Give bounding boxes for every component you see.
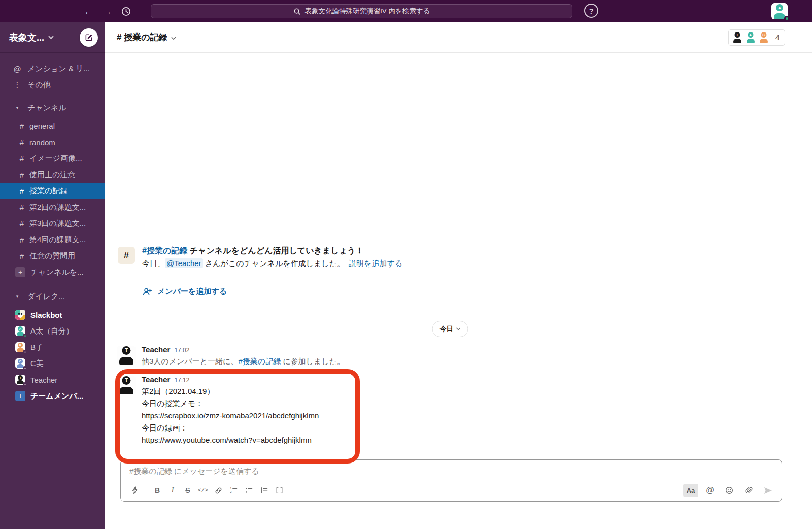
forward-button[interactable]: → [103,7,112,16]
workspace-name[interactable]: 表象文... [9,31,44,44]
user-avatar[interactable]: A [771,3,788,19]
composer-placeholder: #授業の記録 にメッセージを送信する [129,467,259,476]
channel-label: 第4回の課題文... [29,235,86,245]
message-post: T Teacher 17:12 第2回（2021.04.19） 今日の授業メモ：… [117,375,319,446]
offline-status-dot [23,366,27,371]
sidebar-channel-shiyou-chuui[interactable]: #使用上の注意 [0,167,105,183]
channel-label: general [29,122,55,130]
mention-button[interactable]: @ [702,484,718,497]
sidebar-dm-b-ko[interactable]: B B子 [0,339,105,355]
channel-label: イメージ画像... [29,154,82,163]
code-button[interactable]: </> [195,484,211,497]
channel-link[interactable]: #授業の記録 [142,246,187,255]
member-avatar: T [732,32,743,43]
invite-members-button[interactable]: + チームメンバ... [0,388,105,404]
ordered-list-icon[interactable]: 12 [226,484,241,497]
sidebar-channel-dai4kai-kadai[interactable]: #第4回の課題文... [0,232,105,248]
hash-icon: # [18,203,25,212]
date-pill-button[interactable]: 今日 [432,321,468,337]
sidebar-channel-jugyou-no-kiroku[interactable]: #授業の記録 [0,183,105,199]
link-icon[interactable] [211,484,226,497]
hash-icon: # [18,122,25,130]
triangle-expanded-icon: ▾ [12,294,22,299]
sidebar-item-more[interactable]: ⋮ その他 [0,77,105,93]
hash-icon: # [18,138,25,147]
bold-button[interactable]: B [150,484,165,497]
compose-button[interactable] [80,28,98,47]
bullet-list-icon[interactable] [241,484,256,497]
sidebar-channel-nini-shitsumon[interactable]: #任意の質問用 [0,248,105,264]
add-description-link[interactable]: 説明を追加する [349,259,402,268]
vertical-dots-icon: ⋮ [12,80,22,89]
sidebar-channel-general[interactable]: #general [0,118,105,134]
member-count: 4 [775,33,780,42]
message-timestamp[interactable]: 17:02 [174,347,189,354]
sidebar-channel-dai3kai-kadai[interactable]: #第3回の課題文... [0,215,105,232]
text-caret [128,467,128,476]
channels-section-label: チャンネル [27,103,66,113]
intro-title: #授業の記録 チャンネルをどんどん活用していきましょう！ [142,245,402,257]
message-author[interactable]: Teacher [142,345,170,354]
italic-button[interactable]: I [165,484,180,497]
formatting-toggle-button[interactable]: Aa [683,484,698,497]
channel-label: random [29,138,55,147]
shortcuts-bolt-icon[interactable] [127,484,142,497]
invite-label: チームメンバ... [30,391,83,401]
channel-label: 第3回の課題文... [29,219,86,228]
youtube-link[interactable]: https://www.youtube.com/watch?v=abcdefgh… [142,434,319,446]
channel-link[interactable]: #授業の記録 [238,357,281,366]
emoji-icon[interactable] [722,484,737,497]
online-status-dot [784,16,790,21]
message-input[interactable]: #授業の記録 にメッセージを送信する [121,460,782,482]
strikethrough-button[interactable]: S [180,484,195,497]
send-icon[interactable] [760,484,775,497]
at-icon: @ [12,64,22,73]
search-input[interactable]: 表象文化論特殊研究演習IV 内を検索する [151,4,572,18]
sidebar-channel-random[interactable]: #random [0,134,105,150]
channel-members-button[interactable]: T A B 4 [728,29,785,46]
scrapbox-link[interactable]: https://scrapbox.io/zmz-komaba2021/abcde… [142,410,319,422]
avatar-teacher[interactable]: T [117,376,136,394]
top-bar: ← → 表象文化論特殊研究演習IV 内を検索する ? A [0,0,812,22]
sidebar-dm-c-mi[interactable]: C C美 [0,355,105,372]
channel-list: #general #random #イメージ画像... #使用上の注意 #授業の… [0,118,105,280]
avatar: A [15,326,25,336]
svg-text:2: 2 [230,490,231,493]
sidebar-channel-image-gazou[interactable]: #イメージ画像... [0,150,105,167]
sidebar-channel-dai2kai-kadai[interactable]: #第2回の課題文... [0,199,105,215]
channel-label: 任意の質問用 [29,251,75,261]
channel-title-button[interactable]: # 授業の記録 [117,31,176,43]
channels-section-header[interactable]: ▾ チャンネル [0,100,105,116]
attachment-paperclip-icon[interactable] [741,484,756,497]
sidebar-dm-teacher[interactable]: T Teacher [0,372,105,388]
back-button[interactable]: ← [84,7,93,16]
message-composer: #授業の記録 にメッセージを送信する B I S </> 12 [120,459,782,502]
history-clock-icon[interactable] [121,7,131,16]
sidebar-item-mentions[interactable]: @ メンション & リ... [0,60,105,77]
message-text-line: 第2回（2021.04.19） [142,385,319,398]
add-member-button[interactable]: メンバーを追加する [142,287,402,296]
blockquote-icon[interactable] [256,484,272,497]
add-member-label: メンバーを追加する [157,287,227,296]
date-label: 今日 [440,324,453,334]
avatar-teacher[interactable]: T [117,346,136,365]
sidebar: 表象文... @ メンション & リ... ⋮ その他 ▾ チャンネル [0,22,105,529]
code-block-icon[interactable] [272,484,287,497]
message-author[interactable]: Teacher [142,375,170,384]
dm-label: Slackbot [30,311,62,319]
add-channel-button[interactable]: + チャンネルを... [0,264,105,280]
hash-icon: # [18,154,25,163]
hash-icon: # [18,187,25,195]
channel-intro: # #授業の記録 チャンネルをどんどん活用していきましょう！ 今日、@Teach… [118,245,402,296]
message-timestamp[interactable]: 17:12 [174,377,189,384]
channel-label: 使用上の注意 [29,170,75,180]
dm-list: Slackbot A A太（自分） B B子 [0,307,105,404]
add-channel-label: チャンネルを... [30,268,84,277]
history-nav: ← → [84,0,131,22]
sidebar-dm-a-ta[interactable]: A A太（自分） [0,323,105,339]
mention-teacher[interactable]: @Teacher [165,258,203,268]
sidebar-dm-slackbot[interactable]: Slackbot [0,307,105,323]
help-icon[interactable]: ? [584,4,598,18]
dm-section-header[interactable]: ▾ ダイレク... [0,288,105,305]
plus-icon: + [15,267,25,277]
